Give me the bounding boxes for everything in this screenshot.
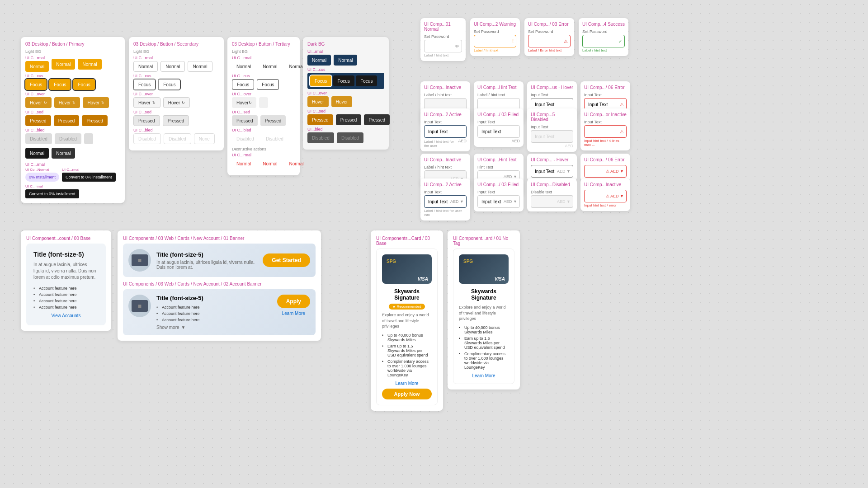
- btn-dark-pressed[interactable]: Pressed: [307, 114, 333, 125]
- btn-ter-focus2[interactable]: Focus: [257, 79, 279, 90]
- skywards-notag-description: Explore and enjoy a world of travel and …: [459, 305, 509, 322]
- btn-dark-focus2[interactable]: Focus: [333, 75, 354, 86]
- btn-ter-normal[interactable]: Normal: [232, 61, 255, 72]
- input-hover-label: Input Text: [531, 93, 573, 97]
- btn-ter-hover2[interactable]: [259, 97, 268, 108]
- btn-convert-installment[interactable]: Convert to 0% installment: [62, 173, 116, 182]
- btn-sec-pressed[interactable]: Pressed: [133, 115, 160, 126]
- btn-destructive-normal2[interactable]: Normal: [258, 158, 282, 169]
- input-03filled-field[interactable]: [477, 125, 520, 138]
- btn-sec-normal3[interactable]: Normal: [188, 61, 212, 72]
- banner-feature-3: Account feature here: [156, 317, 272, 323]
- btn-primary-hover2[interactable]: Hover ↻: [54, 97, 80, 108]
- account-count-card: UI Component...count / 00 Base Title (fo…: [21, 230, 111, 331]
- banner-content-01: Title (font-size-5) In at augue lacinia,…: [156, 251, 257, 270]
- inline-label-3: UI C...rmal: [25, 184, 42, 188]
- btn-ter-focus[interactable]: Focus: [232, 79, 254, 90]
- btn-sec-focus2[interactable]: Focus: [158, 79, 180, 90]
- sec-state-focus: UI C...cus: [133, 74, 219, 78]
- btn-primary-hover3[interactable]: Hover ↻: [83, 97, 109, 108]
- btn-dark-focus3[interactable]: Focus: [356, 75, 377, 86]
- btn-primary-hover[interactable]: Hover ↻: [25, 97, 52, 108]
- eye-icon[interactable]: 👁: [455, 44, 459, 49]
- input-06error-title: UI Comp.../ 06 Error: [584, 85, 627, 90]
- dark-bg-section: Dark BG UI...rmal Normal Normal UI C...c…: [303, 37, 389, 150]
- input-inactive4-section: UI Comp...Inactive ⚠ AED ▼ Input hint te…: [580, 178, 630, 211]
- btn-ter-pressed[interactable]: Pressed: [232, 115, 258, 126]
- input-2active-field[interactable]: [424, 125, 467, 138]
- input-normal-section: UI Comp...01 Normal Set Password 👁 Label…: [420, 18, 466, 61]
- inactive4-error-icon: ⚠ AED ▼: [606, 194, 624, 198]
- state-label-inline1: UI C...rmal: [25, 162, 120, 167]
- btn-sec-pressed2[interactable]: Pressed: [163, 115, 189, 126]
- btn-primary-pressed[interactable]: Pressed: [25, 115, 51, 126]
- btn-primary-focus3[interactable]: Focus: [73, 79, 94, 90]
- section-title-tertiary: 03 Desktop / Button / Tertiary: [232, 42, 295, 47]
- btn-dark-bg-normal[interactable]: Normal: [307, 55, 331, 66]
- visa-text: VISA: [418, 277, 428, 282]
- btn-ter-normal2[interactable]: Normal: [258, 61, 282, 72]
- banner-card-text: In at augue lacinia, ultrices ligula id,…: [156, 260, 257, 270]
- banner-icon-02: ■: [128, 295, 151, 317]
- btn-sec-hover[interactable]: Hover ↻: [133, 97, 160, 108]
- state-label-disabled: UI C...bled: [25, 128, 120, 132]
- account-feature-list: Account feature here Account feature her…: [33, 285, 99, 310]
- btn-dark-focus[interactable]: Focus: [310, 75, 331, 86]
- btn-ter-hover[interactable]: Hover ↻: [232, 97, 256, 108]
- input-error-section: UI Comp.../ 03 Error Set Password ⚠ Labe…: [524, 18, 574, 56]
- spg-text: SPG: [387, 259, 396, 264]
- btn-dark-hover2[interactable]: Hover: [331, 96, 353, 107]
- btn-sec-normal[interactable]: Normal: [133, 61, 158, 72]
- feature-item-4: Account feature here: [33, 304, 99, 310]
- get-started-button[interactable]: Get Started: [263, 253, 310, 267]
- btn-sec-normal2[interactable]: Normal: [160, 61, 185, 72]
- show-more-link[interactable]: Show more ▼: [156, 325, 272, 330]
- btn-dark-hover[interactable]: Hover: [307, 96, 329, 107]
- skywards-notag-feature-3: Complimentary access to over 1,000 loung…: [459, 351, 509, 371]
- btn-primary-disabled: Disabled: [25, 133, 52, 144]
- skywards-card-base: SPG VISA Skywards Signature ★ Recommende…: [376, 249, 438, 405]
- 06error-icon: ⚠: [620, 102, 624, 107]
- input-06error2-title: UI Comp.../ 06 Error: [584, 157, 627, 162]
- btn-sec-focus[interactable]: Focus: [133, 79, 156, 90]
- btn-primary-normal[interactable]: Normal: [25, 61, 49, 72]
- input-normal-label: Set Password: [424, 34, 462, 39]
- btn-primary-disabled3: [84, 133, 93, 144]
- input-error-label: Set Password: [528, 29, 571, 34]
- btn-primary-pressed2[interactable]: Pressed: [54, 115, 80, 126]
- btn-sec-hover2[interactable]: Hover ↻: [163, 97, 190, 108]
- input-2active2-dropdown[interactable]: AED ▼: [450, 199, 464, 204]
- btn-primary-normal3[interactable]: Normal: [78, 59, 101, 70]
- btn-primary-focus2[interactable]: Focus: [49, 79, 71, 90]
- btn-primary-focus[interactable]: Focus: [25, 79, 47, 90]
- btn-primary-pressed3[interactable]: Pressed: [82, 115, 108, 126]
- section-title-dark: Dark BG: [307, 42, 384, 47]
- btn-ter-disabled: Disabled: [232, 133, 259, 144]
- section-title-secondary: 03 Desktop / Button / Secondary: [133, 42, 219, 47]
- btn-convert-installment2[interactable]: Convert to 0% installment: [25, 189, 79, 198]
- btn-destructive-normal3[interactable]: Normal: [284, 158, 308, 169]
- account-banner-learn-more[interactable]: Learn More: [282, 311, 305, 316]
- apply-button[interactable]: Apply: [277, 295, 310, 308]
- input-03filled2-dropdown[interactable]: AED ▼: [504, 199, 517, 204]
- input-normal-hint: Label / hint text: [424, 53, 462, 57]
- view-accounts-link[interactable]: View Accounts: [33, 313, 99, 318]
- btn-ter-pressed2[interactable]: Pressed: [260, 115, 286, 126]
- btn-dark-normal[interactable]: Normal: [25, 148, 49, 159]
- btn-dark-bg-normal2[interactable]: Normal: [334, 55, 357, 66]
- btn-dark-normal2[interactable]: Normal: [52, 148, 75, 159]
- input-warning-field[interactable]: [474, 35, 516, 47]
- skywards-notag-learn-more[interactable]: Learn More: [459, 373, 509, 378]
- input-hover2-dropdown[interactable]: AED ▼: [557, 169, 571, 174]
- input-03filled2-label: Input Text: [477, 190, 520, 194]
- sec-state-disabled: UI C...bled: [133, 128, 219, 132]
- btn-inline-installment[interactable]: 0% Installment: [25, 173, 59, 182]
- btn-primary-normal2[interactable]: Normal: [52, 59, 75, 70]
- skywards-learn-more[interactable]: Learn More: [382, 381, 432, 386]
- btn-dark-pressed2[interactable]: Pressed: [336, 114, 362, 125]
- apply-now-button[interactable]: Apply Now: [382, 389, 432, 399]
- btn-dark-pressed3[interactable]: Pressed: [364, 114, 390, 125]
- spg-logo-notag: SPG: [463, 258, 473, 264]
- banner-card-title: Title (font-size-5): [156, 251, 257, 258]
- btn-destructive-normal[interactable]: Normal: [232, 158, 255, 169]
